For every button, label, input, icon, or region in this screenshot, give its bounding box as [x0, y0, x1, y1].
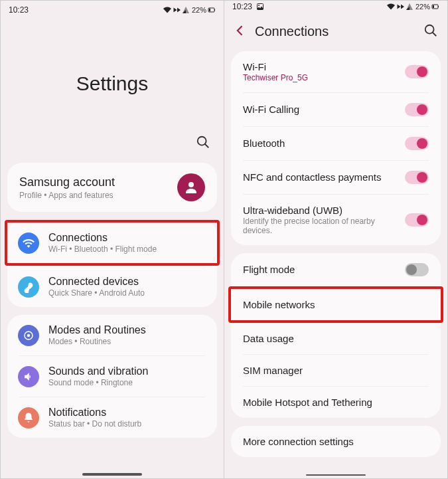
- toggle-bluetooth[interactable]: [405, 137, 429, 150]
- svg-rect-11: [438, 6, 439, 7]
- status-icons: 22%: [163, 6, 216, 14]
- status-icons: 22%: [387, 3, 439, 11]
- settings-screen: 10:23 22% Settings Samsung account Profi…: [1, 1, 224, 478]
- home-indicator[interactable]: [306, 474, 366, 476]
- toggle-uwb[interactable]: [405, 213, 429, 227]
- toggle-wifi[interactable]: [405, 65, 429, 78]
- conn-row-mobile-networks[interactable]: Mobile networks: [231, 289, 441, 320]
- conn-row-sub: Identify the precise location of nearby …: [243, 217, 405, 235]
- conn-row-label: SIM manager: [243, 365, 303, 376]
- settings-row-label: Sounds and vibration: [48, 365, 148, 377]
- conn-row-bluetooth[interactable]: Bluetooth: [231, 127, 441, 160]
- svg-rect-1: [214, 9, 215, 11]
- conn-row-label: Ultra-wideband (UWB): [243, 205, 405, 216]
- conn-row-hotspot[interactable]: Mobile Hotspot and Tethering: [231, 387, 441, 418]
- conn-row-label: Mobile networks: [243, 299, 315, 310]
- conn-row-label: Flight mode: [243, 264, 295, 275]
- account-title: Samsung account: [19, 175, 115, 189]
- settings-row-label: Connected devices: [48, 276, 145, 288]
- svg-point-7: [27, 334, 31, 337]
- page-title: Connections: [255, 24, 415, 39]
- conn-row-nfc[interactable]: NFC and contactless payments: [231, 161, 441, 194]
- conn-row-label: More connection settings: [243, 436, 354, 447]
- svg-point-5: [188, 182, 194, 187]
- search-icon[interactable]: [196, 135, 210, 152]
- svg-line-4: [205, 144, 209, 148]
- toggle-flight-mode[interactable]: [405, 263, 429, 276]
- battery-percent: 22%: [415, 3, 430, 11]
- settings-row-label: Notifications: [48, 407, 141, 419]
- settings-row-sub: Wi-Fi • Bluetooth • Flight mode: [48, 244, 157, 254]
- settings-row-connections[interactable]: ConnectionsWi-Fi • Bluetooth • Flight mo…: [5, 220, 220, 266]
- conn-row-more-connection[interactable]: More connection settings: [231, 426, 441, 457]
- settings-row-sub: Sound mode • Ringtone: [48, 378, 148, 387]
- svg-rect-2: [209, 9, 210, 11]
- settings-row-label: Modes and Routines: [48, 324, 146, 336]
- status-bar: 10:23 22%: [1, 1, 224, 19]
- back-icon[interactable]: [234, 24, 247, 40]
- wifi-icon: [18, 233, 39, 254]
- conn-row-label: Wi-Fi: [243, 61, 308, 72]
- conn-row-data-usage[interactable]: Data usage: [231, 323, 441, 354]
- page-title: Settings: [1, 19, 224, 135]
- conn-row-sim-manager[interactable]: SIM manager: [231, 355, 441, 386]
- samsung-account-row[interactable]: Samsung account Profile • Apps and featu…: [7, 163, 217, 212]
- connections-screen: 10:23 22% Connections Wi-FiTechwiser Pro…: [224, 1, 447, 478]
- toggle-nfc[interactable]: [405, 171, 429, 184]
- conn-row-flight-mode[interactable]: Flight mode: [231, 253, 441, 286]
- circle-dot-icon: [18, 325, 39, 346]
- conn-row-label: Bluetooth: [243, 138, 285, 149]
- toggle-wifi-calling[interactable]: [405, 103, 429, 116]
- conn-row-label: Wi-Fi Calling: [243, 104, 299, 115]
- settings-row-modes-routines[interactable]: Modes and RoutinesModes • Routines: [7, 315, 217, 355]
- svg-point-13: [425, 25, 434, 33]
- svg-rect-12: [433, 5, 434, 8]
- svg-line-14: [433, 32, 437, 36]
- search-icon[interactable]: [423, 23, 438, 41]
- settings-row-notifications[interactable]: NotificationsStatus bar • Do not disturb: [7, 397, 217, 438]
- svg-point-9: [258, 5, 260, 6]
- settings-row-sounds-vibration[interactable]: Sounds and vibrationSound mode • Rington…: [7, 356, 217, 397]
- status-time: 10:23: [9, 5, 29, 15]
- link-icon: [18, 276, 39, 298]
- screenshot-icon: [256, 3, 264, 11]
- settings-row-sub: Modes • Routines: [48, 337, 146, 346]
- settings-row-sub: Status bar • Do not disturb: [48, 419, 141, 429]
- conn-row-label: NFC and contactless payments: [243, 171, 381, 183]
- bell-icon: [18, 407, 39, 429]
- battery-percent: 22%: [192, 6, 206, 14]
- avatar[interactable]: [177, 173, 205, 201]
- settings-row-label: Connections: [48, 232, 157, 244]
- svg-point-3: [198, 137, 206, 145]
- speaker-icon: [18, 366, 39, 387]
- conn-row-wifi[interactable]: Wi-FiTechwiser Pro_5G: [231, 51, 441, 92]
- conn-row-label: Data usage: [243, 333, 294, 344]
- conn-row-wifi-calling[interactable]: Wi-Fi Calling: [231, 93, 441, 126]
- settings-row-sub: Quick Share • Android Auto: [48, 288, 145, 298]
- status-time: 10:23: [232, 2, 252, 11]
- conn-row-uwb[interactable]: Ultra-wideband (UWB)Identify the precise…: [231, 195, 441, 245]
- conn-row-sub: Techwiser Pro_5G: [243, 73, 308, 82]
- settings-row-connected-devices[interactable]: Connected devicesQuick Share • Android A…: [7, 266, 217, 307]
- home-indicator[interactable]: [82, 473, 142, 476]
- account-sub: Profile • Apps and features: [19, 191, 115, 200]
- conn-row-label: Mobile Hotspot and Tethering: [243, 397, 372, 408]
- status-bar: 10:23 22%: [224, 1, 447, 13]
